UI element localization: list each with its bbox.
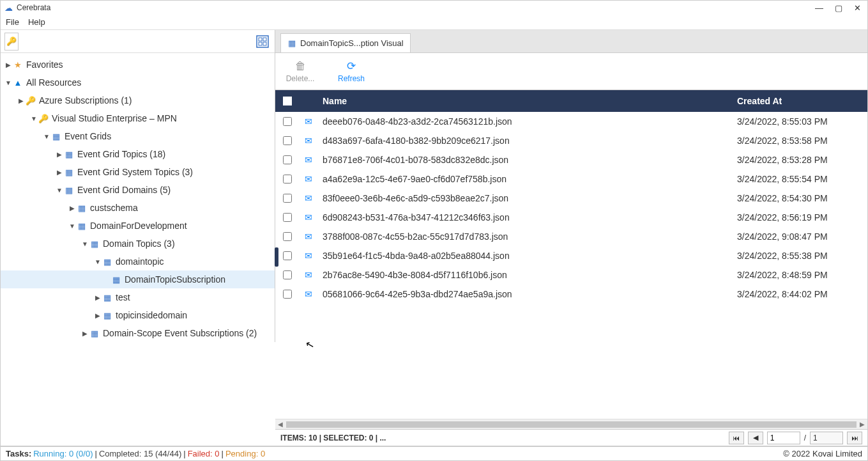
row-checkbox[interactable] (283, 232, 292, 241)
row-checkbox[interactable] (283, 290, 292, 299)
refresh-action[interactable]: ⟳ Refresh (335, 60, 367, 83)
table-row[interactable]: ✉35b91e64-f1c5-4bda-9a48-a02b5ea88044.js… (275, 246, 867, 265)
tree-all-resources[interactable]: ▼ ▲ All Resources (1, 74, 275, 91)
data-table: Name Created At ✉deeeb076-0a48-4b23-a3d2… (275, 90, 867, 446)
tree-eg-topics[interactable]: ▶ ▦ Event Grid Topics (18) (1, 145, 275, 163)
row-check-cell (275, 115, 298, 128)
sidebar: 🔑 ▶ ★ Favorites ▼ ▲ All Resources ▶ (1, 30, 275, 342)
menu-help[interactable]: Help (28, 17, 45, 27)
row-checkbox[interactable] (283, 136, 292, 145)
tree-domain-topic-subscription[interactable]: ▶ ▦ DomainTopicSubscription (1, 270, 275, 288)
row-check-cell (275, 192, 298, 205)
status-pending-label: Pending: (225, 449, 258, 458)
items-summary: ITEMS: 10 | SELECTED: 0 | ... (280, 434, 386, 442)
pager-current-input[interactable] (767, 432, 800, 444)
tab-strip: ▦ DomainTopicS...ption Visual (275, 30, 867, 53)
tree-domaintopic[interactable]: ▼ ▦ domaintopic (1, 253, 275, 270)
tree-label: DomainForDevelopment (88, 221, 187, 231)
scroll-left-icon[interactable]: ◀ (275, 419, 286, 430)
caret-icon: ▶ (94, 312, 102, 319)
tree-custschema[interactable]: ▶ ▦ custschema (1, 199, 275, 217)
row-check-cell (275, 211, 298, 224)
delete-action[interactable]: 🗑 Delete... (284, 60, 316, 83)
eventgrid-icon: ▦ (102, 293, 113, 302)
pager-last-button[interactable]: ⏭ (847, 432, 862, 444)
caret-icon: ▼ (30, 115, 38, 122)
caret-icon: ▶ (94, 294, 102, 301)
splitter-handle[interactable] (275, 247, 278, 267)
view-grid-button[interactable] (254, 33, 271, 50)
tree-vs-enterprise[interactable]: ▼ 🔑 Visual Studio Enterprise – MPN (1, 109, 275, 127)
tree-label: All Resources (24, 77, 81, 88)
eventgrid-icon: ▦ (287, 38, 296, 48)
pager-first-button[interactable]: ⏮ (729, 432, 744, 444)
table-row[interactable]: ✉2b76ac8e-5490-4b3e-8084-d5f7116f10b6.js… (275, 265, 867, 285)
row-created: 3/24/2022, 8:55:38 PM (733, 251, 867, 261)
svg-rect-4 (263, 42, 266, 45)
pager-prev-button[interactable]: ◀ (748, 432, 763, 444)
table-row[interactable]: ✉b76871e8-706f-4c01-b078-583dc832e8dc.js… (275, 150, 867, 169)
scroll-right-icon[interactable]: ▶ (857, 419, 867, 430)
tree-event-grids[interactable]: ▼ ▦ Event Grids (1, 127, 275, 145)
tree-label: DomainTopicSubscription (122, 274, 225, 285)
table-row[interactable]: ✉3788f008-087c-4c55-b2ac-55c917d7d783.js… (275, 227, 867, 246)
table-row[interactable]: ✉a4a62e9a-12c5-4e67-9ae0-cf6d07ef758b.js… (275, 169, 867, 189)
tree-domain-scope-subs[interactable]: ▶ ▦ Domain-Scope Event Subscriptions (2) (1, 324, 275, 342)
key-icon: 🔑 (6, 36, 17, 46)
row-created: 3/24/2022, 9:08:47 PM (733, 231, 867, 242)
row-name: a4a62e9a-12c5-4e67-9ae0-cf6d07ef758b.jso… (319, 174, 733, 184)
tree-eg-system-topics[interactable]: ▶ ▦ Event Grid System Topics (3) (1, 163, 275, 181)
tree-favorites[interactable]: ▶ ★ Favorites (1, 56, 275, 74)
caret-icon: ▼ (81, 240, 89, 247)
column-header-created[interactable]: Created At (733, 96, 867, 106)
scroll-thumb[interactable] (286, 421, 857, 428)
status-failed-value: 0 (215, 449, 219, 458)
tree-label: Azure Subscriptions (1) (36, 95, 132, 105)
resource-tree: ▶ ★ Favorites ▼ ▲ All Resources ▶ 🔑 Azur… (1, 53, 275, 342)
pager-total: 1 (810, 432, 843, 444)
items-footer: ITEMS: 10 | SELECTED: 0 | ... ⏮ ◀ / 1 ⏭ (275, 429, 867, 446)
tree-domain-topics[interactable]: ▼ ▦ Domain Topics (3) (1, 235, 275, 253)
table-row[interactable]: ✉d483a697-6afa-4180-b382-9bb209ce6217.js… (275, 131, 867, 150)
status-running-value: 0 (0/0) (69, 449, 93, 458)
tree-topicinsidedomain[interactable]: ▶ ▦ topicinsidedomain (1, 306, 275, 324)
maximize-button[interactable]: ▢ (835, 3, 842, 13)
eventgrid-icon: ▦ (76, 203, 88, 213)
column-header-name[interactable]: Name (319, 96, 733, 106)
table-row[interactable]: ✉6d908243-b531-476a-b347-41212c346f63.js… (275, 208, 867, 227)
row-checkbox[interactable] (283, 194, 292, 203)
envelope-icon: ✉ (298, 116, 319, 127)
close-button[interactable]: ✕ (854, 3, 861, 13)
menu-file[interactable]: File (6, 17, 19, 27)
envelope-icon: ✉ (298, 155, 319, 165)
tree-domain-for-development[interactable]: ▼ ▦ DomainForDevelopment (1, 217, 275, 235)
key-button[interactable]: 🔑 (4, 33, 19, 51)
tree-eg-domains[interactable]: ▼ ▦ Event Grid Domains (5) (1, 181, 275, 199)
tree-label: Event Grid Domains (5) (75, 185, 171, 195)
row-created: 3/24/2022, 8:48:59 PM (733, 270, 867, 280)
tree-label: domaintopic (113, 256, 164, 267)
tree-test[interactable]: ▶ ▦ test (1, 288, 275, 306)
minimize-button[interactable]: — (815, 3, 823, 13)
select-all-checkbox[interactable] (283, 97, 292, 105)
row-checkbox[interactable] (283, 175, 292, 184)
row-created: 3/24/2022, 8:55:54 PM (733, 174, 867, 184)
table-row[interactable]: ✉deeeb076-0a48-4b23-a3d2-2ca74563121b.js… (275, 112, 867, 131)
row-checkbox[interactable] (283, 117, 292, 126)
tab-domain-topic-subscription[interactable]: ▦ DomainTopicS...ption Visual (280, 33, 411, 52)
table-row[interactable]: ✉05681066-9c64-42e5-9b3a-dbd274ae5a9a.js… (275, 285, 867, 304)
row-checkbox[interactable] (283, 270, 292, 279)
caret-icon: ▶ (56, 169, 63, 176)
status-completed-value: 15 (44/44) (144, 449, 181, 458)
row-checkbox[interactable] (283, 213, 292, 222)
tree-label: custschema (88, 203, 138, 213)
horizontal-scrollbar[interactable]: ◀ ▶ (275, 419, 867, 429)
row-checkbox[interactable] (283, 155, 292, 164)
eventgrid-icon: ▦ (102, 257, 113, 267)
caret-icon: ▼ (43, 133, 50, 140)
tree-azure-subscriptions[interactable]: ▶ 🔑 Azure Subscriptions (1) (1, 91, 275, 109)
row-checkbox[interactable] (283, 251, 292, 260)
star-icon: ★ (12, 60, 24, 70)
table-row[interactable]: ✉83f0eee0-3e6b-4e6c-a5d9-c593b8eae2c7.js… (275, 189, 867, 208)
row-check-cell (275, 153, 298, 166)
